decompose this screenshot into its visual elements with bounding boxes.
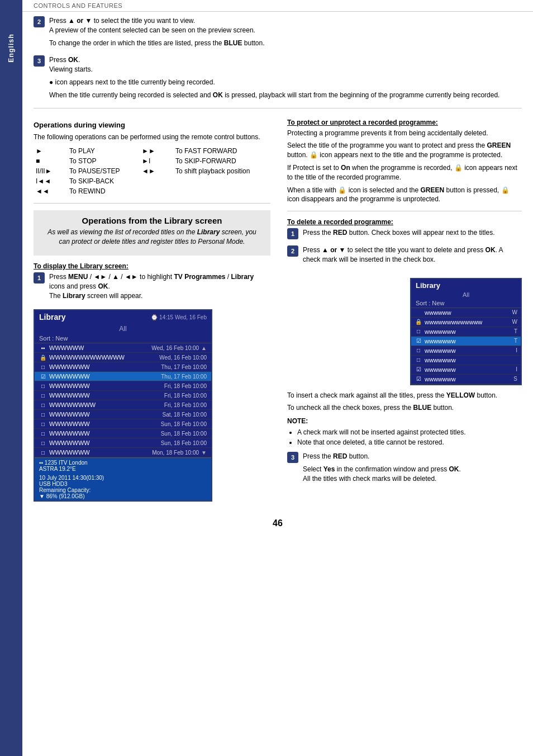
small-title-7: wwwwwww [425,366,513,373]
library-row-4: ☑ WWWWWWW Thu, 17 Feb 10:00 [35,372,211,381]
row-icon-6: □ [39,393,47,399]
ops-row-4: I◄◄ To SKIP-BACK [34,176,252,186]
row-title-3: WWWWWWW [49,363,159,370]
delete-step-3-content: Press the RED button. Select Yes in the … [303,452,522,486]
row-icon-8: □ [39,412,47,418]
row-icon-2: 🔒 [39,355,47,361]
small-row-3: □ wwwwwww T [411,327,521,337]
small-lib-title: Library [411,279,521,291]
row-right-9: Sun, 18 Feb 10:00 [161,421,207,427]
ops-row-5: ◄◄ To REWIND [34,186,252,196]
display-heading: To display the Library screen: [34,262,270,270]
top-bar: CONTROLS AND FEATURES [0,0,533,12]
step-3-content: Press OK.Viewing starts. ● icon appears … [49,55,522,103]
row-icon-1: ▪▪ [39,345,47,351]
step-2-text: Press ▲ or ▼ to select the title you wan… [49,16,522,35]
lib-info-2: ASTRA 19.2°E [39,466,207,472]
row-icon-11: □ [39,440,47,446]
page-number: 46 [34,507,522,534]
delete-step-1-text: Press the RED button. Check boxes will a… [303,228,522,238]
two-column-layout: Operations during viewing The following … [34,113,522,508]
ops-label-skip-fwd: To SKIP-FORWARD [173,156,252,166]
library-info-bar2: 10 July 2011 14:30(01:30) USB HDD3 Remai… [35,474,211,500]
small-row-2: 🔒 wwwwwwwwwwwww W [411,318,521,327]
small-title-4: wwwwwww [425,338,512,344]
controls-features-label: CONTROLS AND FEATURES [34,2,122,9]
library-small-screen: Library All Sort : New wwwwww W 🔒 wwwwww… [410,278,522,385]
row-right-10: Sun, 18 Feb 10:00 [161,431,207,437]
library-section-title: Operations from the Library screen [41,216,263,225]
delete-step-3-text1: Press the RED button. [303,452,522,461]
small-right-2: W [512,319,517,325]
row-icon-12: □ [39,450,47,456]
protect-text-1: Protecting a programme prevents it from … [287,129,522,138]
divider-ops [34,203,270,204]
step-2-content: Press ▲ or ▼ to select the title you wan… [49,16,522,51]
small-right-5: I [516,347,517,353]
small-row-6: □ wwwwwww [411,356,521,365]
protect-text-3: If Protect is set to On when the program… [287,163,522,182]
row-icon-7: □ [39,402,47,408]
small-icon-4: ☑ [415,338,422,344]
right-column: To protect or unprotect a recorded progr… [287,113,522,508]
library-row-2: 🔒 WWWWWWWWWWWWW Wed, 16 Feb 10:00 [35,353,211,362]
ops-sym-skipback: I◄◄ [34,176,67,186]
ops-label-shift: To shift playback position [173,166,252,176]
row-title-8: WWWWWWW [49,411,160,418]
library-row-8: □ WWWWWWW Sat, 18 Feb 10:00 [35,410,211,419]
delete-step-3-text2: Select Yes in the confirmation window an… [303,465,522,484]
step-3-circle: 3 [34,55,45,67]
row-title-9: WWWWWWW [49,420,159,427]
library-row-10: □ WWWWWWW Sun, 18 Feb 10:00 [35,429,211,438]
library-section-desc: As well as viewing the list of recorded … [41,228,263,247]
library-info-bar: ▪▪ 1235 ITV London ASTRA 19.2°E [35,457,211,474]
ops-sym-skip-fwd: ►I [140,156,173,166]
row-right-12: Mon, 18 Feb 10:00 [152,450,199,456]
display-step-1-text: Press MENU / ◄► / ▲ / ◄► to highlight TV… [49,272,270,300]
ops-sym-rewind: ◄◄ [34,186,67,196]
note-item-1: A check mark will not be inserted agains… [297,427,522,437]
note-title: NOTE: [287,417,522,425]
ops-row-1: ► To PLAY ►► To FAST FORWARD [34,146,252,156]
row-title-7: WWWWWWWW [49,401,162,408]
small-title-8: wwwwwww [425,376,511,382]
ops-label-stop: To STOP [67,156,140,166]
small-icon-3: □ [415,328,422,334]
small-icon-7: ☑ [415,366,422,372]
small-icon-5: □ [415,347,422,353]
small-title-3: wwwwwww [425,328,512,335]
library-screen-title: Library [39,313,65,322]
protect-text-2: Select the title of the programme you wa… [287,141,522,160]
delete-step-1-circle: 1 [287,228,298,239]
ops-label-play: To PLAY [67,146,140,156]
row-right-1: Wed, 16 Feb 10:00 [151,345,199,351]
small-title-1: wwwwww [425,309,510,316]
step-2-circle: 2 [34,16,45,27]
row-right-11: Sun, 18 Feb 10:00 [161,440,207,446]
row-title-2: WWWWWWWWWWWWW [49,354,157,361]
row-icon-4: ☑ [39,374,47,380]
library-screen-all: All [35,324,211,334]
delete-step-3: 3 Press the RED button. Select Yes in th… [287,452,522,486]
row-title-5: WWWWWWW [49,382,162,389]
divider-1 [34,108,522,108]
small-lib-sort: Sort : New [411,299,521,308]
yellow-button-text: To insert a check mark against all the t… [287,391,522,400]
lib-info-4: USB HDD3 [39,481,207,487]
ops-label-ff: To FAST FORWARD [173,146,252,156]
main-content: 2 Press ▲ or ▼ to select the title you w… [22,12,533,556]
small-right-1: W [512,309,517,315]
lib-info-5: Remaining Capacity: [39,487,207,493]
row-title-1: WWWWWW [49,344,149,351]
ops-row-2: ■ To STOP ►I To SKIP-FORWARD [34,156,252,166]
library-screen-mockup: Library ⌚ 14:15 Wed, 16 Feb All Sort : N… [34,309,212,502]
ops-sym-shift: ◄► [140,166,173,176]
display-step-1: 1 Press MENU / ◄► / ▲ / ◄► to highlight … [34,272,270,304]
delete-step-2-content: Press ▲ or ▼ to select the title you wan… [303,245,522,268]
note-section: NOTE: A check mark will not be inserted … [287,417,522,447]
ops-intro: The following operations can be performe… [34,133,270,142]
delete-step-2: 2 Press ▲ or ▼ to select the title you w… [287,245,522,268]
blue-button-text: To uncheck all the check boxes, press th… [287,403,522,413]
delete-step-1-content: Press the RED button. Check boxes will a… [303,228,522,241]
lib-info-1: ▪▪ 1235 ITV London [39,460,207,466]
